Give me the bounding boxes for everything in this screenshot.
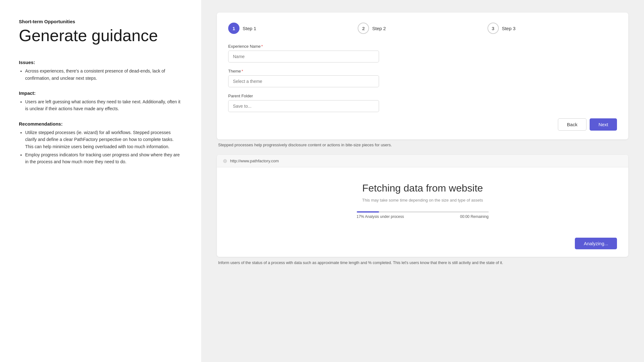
wizard-caption: Stepped processes help progressively dis… (217, 143, 628, 147)
experience-name-label: Experience Name* (228, 44, 617, 49)
parent-folder-input[interactable] (228, 100, 379, 112)
step-1-item: 1 Step 1 (228, 23, 358, 34)
step-1-number: 1 (233, 26, 235, 31)
section-label: Short-term Opportunities (19, 19, 182, 24)
progress-bar-fill (357, 211, 379, 213)
fetch-title: Fetching data from website (362, 182, 483, 194)
progress-card-body: Fetching data from website This may take… (217, 167, 628, 238)
theme-input[interactable] (228, 75, 379, 87)
progress-info-row: 17% Analysis under process 00:00 Remaini… (357, 214, 489, 219)
progress-bar-track (357, 211, 489, 213)
issues-section: Issues: Across experiences, there's a co… (19, 60, 182, 82)
time-remaining: 00:00 Remaining (460, 214, 489, 219)
browser-url: http://www.pathfactory.com (230, 159, 279, 163)
progress-card-header: http://www.pathfactory.com (217, 155, 628, 167)
steps-header: 1 Step 1 2 Step 2 3 Step 3 (228, 23, 617, 34)
issues-item-1: Across experiences, there's a consistent… (25, 68, 182, 82)
page-title: Generate guidance (19, 27, 182, 45)
parent-folder-group: Parent Folder (228, 94, 617, 112)
step-3-label: Step 3 (502, 26, 515, 31)
step-1-circle: 1 (228, 23, 239, 34)
recommendation-item-1: Utilize stepped processes (ie. wizard) f… (25, 129, 182, 150)
impact-section: Impact: Users are left guessing what act… (19, 90, 182, 112)
right-panel: 1 Step 1 2 Step 2 3 Step 3 (201, 0, 644, 362)
back-button[interactable]: Back (558, 118, 586, 131)
issues-heading: Issues: (19, 60, 182, 65)
wizard-card: 1 Step 1 2 Step 2 3 Step 3 (217, 13, 628, 139)
theme-group: Theme* (228, 69, 617, 87)
step-3-circle: 3 (487, 23, 499, 34)
theme-label: Theme* (228, 69, 617, 73)
step-2-number: 2 (362, 26, 365, 31)
step-3-item: 3 Step 3 (487, 23, 617, 34)
progress-label: 17% Analysis under process (357, 214, 404, 219)
impact-heading: Impact: (19, 90, 182, 96)
recommendations-section: Recommendations: Utilize stepped process… (19, 121, 182, 165)
experience-name-group: Experience Name* (228, 44, 617, 62)
left-panel: Short-term Opportunities Generate guidan… (0, 0, 201, 362)
next-button[interactable]: Next (590, 118, 617, 131)
analyzing-button[interactable]: Analyzing... (575, 238, 617, 249)
progress-card: http://www.pathfactory.com Fetching data… (217, 155, 628, 257)
step-1-label: Step 1 (243, 26, 256, 31)
browser-dot (223, 159, 227, 163)
impact-item-1: Users are left guessing what actions the… (25, 98, 182, 112)
fetch-subtitle: This may take some time depending on the… (362, 198, 483, 203)
experience-name-input[interactable] (228, 51, 379, 62)
wizard-footer: Back Next (228, 118, 617, 131)
progress-bar-container (357, 211, 489, 213)
progress-card-footer: Analyzing... (217, 238, 628, 257)
step-2-circle: 2 (358, 23, 369, 34)
step-2-label: Step 2 (372, 26, 386, 31)
progress-caption: Inform users of the status of a process … (217, 257, 628, 267)
step-3-number: 3 (492, 26, 494, 31)
parent-folder-label: Parent Folder (228, 94, 617, 98)
recommendation-item-2: Employ progress indicators for tracking … (25, 151, 182, 165)
recommendations-heading: Recommendations: (19, 121, 182, 127)
step-2-item: 2 Step 2 (358, 23, 487, 34)
